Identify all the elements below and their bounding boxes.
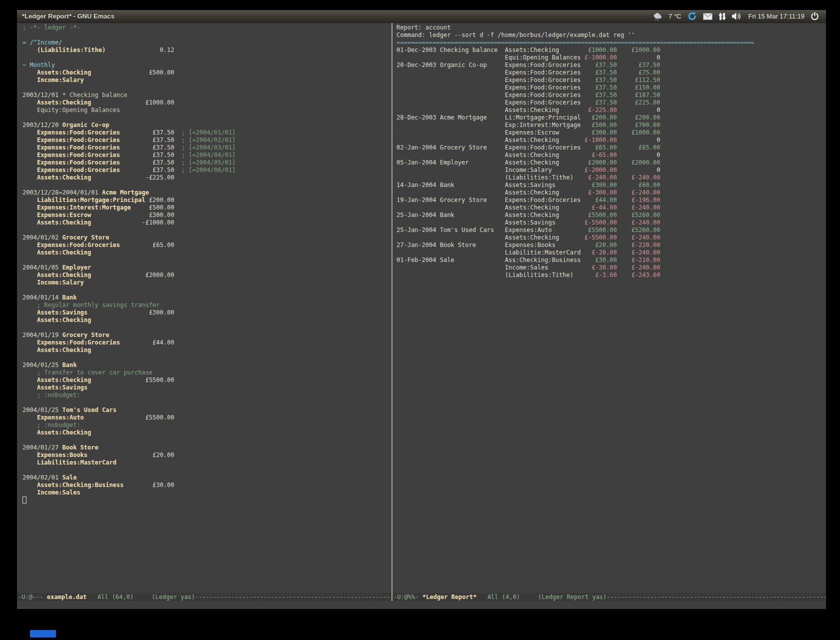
- register-row[interactable]: Assets:Checking £-44.00 £-240.00: [396, 204, 826, 212]
- register-row[interactable]: Liabilitie:MasterCard £-20.00 £-240.00: [396, 249, 826, 256]
- modeline-right[interactable]: -U:@%%- *Ledger Report* All (4,0) (Ledge…: [392, 593, 826, 601]
- register-running-total: £5260.00: [617, 226, 660, 234]
- buffer-line: ; :nobudget:: [22, 422, 392, 429]
- register-row[interactable]: Exp:Interest:Mortgage £500.00 £700.00: [396, 122, 826, 129]
- register-account: Expens:Food:Groceries: [505, 69, 584, 76]
- register-amount: £300.00: [584, 129, 617, 136]
- register-account: Assets:Savings: [505, 182, 584, 188]
- buffer-line: [22, 256, 392, 264]
- ledger-report-window[interactable]: Report: account Command: ledger --sort d…: [392, 23, 826, 593]
- register-row[interactable]: 01-Feb-2004 Sale Ass:Checking:Business £…: [396, 256, 826, 264]
- register-date-payee: [396, 84, 505, 91]
- register-row[interactable]: 14-Jan-2004 Bank Assets:Savings £300.00 …: [396, 182, 826, 189]
- buffer-line: Assets:Checking: [22, 316, 392, 324]
- ledger-file-window[interactable]: ; -*- ledger -*-= /^Income/ (Liabilities…: [17, 23, 392, 593]
- register-running-total: £-220.00: [617, 242, 660, 248]
- register-row[interactable]: (Liabilities:Tithe) £-240.00 £-240.00: [396, 174, 826, 182]
- buffer-line: Expenses:Food:Groceries £37.50 ; [=2004/…: [22, 152, 392, 159]
- register-row[interactable]: Expens:Food:Groceries £37.50 £112.50: [396, 76, 826, 84]
- register-row[interactable]: Expens:Food:Groceries £37.50 £225.00: [396, 99, 826, 106]
- register-row[interactable]: Equi:Opening Balances £-1000.00 0: [396, 54, 826, 62]
- register-running-total: £1000.00: [617, 129, 660, 136]
- register-running-total: £-240.00: [617, 249, 660, 256]
- mail-icon[interactable]: [703, 13, 712, 20]
- buffer-line: [22, 54, 392, 62]
- register-row[interactable]: (Liabilities:Tithe) £-3.60 £-243.60: [396, 272, 826, 279]
- modeline-dashes: ----------------------------------------…: [606, 594, 826, 600]
- register-row[interactable]: Expens:Food:Groceries £37.50 £75.00: [396, 69, 826, 76]
- register-running-total: £-196.00: [617, 196, 660, 204]
- register-row[interactable]: 20-Dec-2003 Organic Co-op Expens:Food:Gr…: [396, 62, 826, 69]
- power-icon[interactable]: [810, 12, 819, 20]
- register-row[interactable]: Assets:Checking £-5500.00 £-240.00: [396, 234, 826, 242]
- register-date-payee: [396, 54, 505, 61]
- register-row[interactable]: Income:Sales £-30.00 £-240.00: [396, 264, 826, 272]
- register-account: Expens:Food:Groceries: [505, 84, 584, 91]
- network-icon[interactable]: [718, 12, 726, 20]
- report-rows: 01-Dec-2003 Checking balance Assets:Chec…: [396, 46, 826, 279]
- register-amount: £30.00: [584, 256, 617, 264]
- register-row[interactable]: Expens:Food:Groceries £37.50 £150.00: [396, 84, 826, 92]
- buffer-line: Assets:Checking £500.00: [22, 69, 392, 76]
- register-row[interactable]: 25-Jan-2004 Bank Assets:Checking £5500.0…: [396, 212, 826, 219]
- register-row[interactable]: Expens:Food:Groceries £37.50 £187.50: [396, 92, 826, 99]
- register-account: Expenses:Escrow: [505, 129, 584, 136]
- volume-icon[interactable]: [732, 12, 742, 20]
- register-date-payee: 14-Jan-2004 Bank: [396, 182, 505, 188]
- buffer-line: [22, 399, 392, 406]
- register-row[interactable]: 25-Jan-2004 Tom's Used Cars Expenses:Aut…: [396, 226, 826, 234]
- buffer-line: Expenses:Interest:Mortgage £500.00: [22, 204, 392, 212]
- buffer-line: [22, 354, 392, 362]
- register-date-payee: [396, 122, 505, 128]
- register-row[interactable]: Income:Salary £-2000.00 0: [396, 166, 826, 174]
- register-row[interactable]: 01-Dec-2003 Checking balance Assets:Chec…: [396, 46, 826, 54]
- register-account: Expens:Food:Groceries: [505, 196, 584, 204]
- buffer-line: 2004/01/02 Grocery Store: [22, 234, 392, 242]
- register-row[interactable]: 27-Jan-2004 Book Store Expenses:Books £2…: [396, 242, 826, 249]
- register-account: Liabilitie:MasterCard: [505, 249, 584, 256]
- register-row[interactable]: Assets:Checking £-65.00 0: [396, 152, 826, 159]
- register-amount: £37.50: [584, 84, 617, 91]
- buffer-line: Expenses:Auto £5500.00: [22, 414, 392, 422]
- buffer-line: [22, 286, 392, 294]
- register-date-payee: 02-Jan-2004 Grocery Store: [396, 144, 505, 151]
- register-row[interactable]: Assets:Checking £-1000.00 0: [396, 136, 826, 144]
- taskbar-fragment[interactable]: [30, 630, 56, 638]
- register-row[interactable]: Assets:Checking £-225.00 0: [396, 106, 826, 114]
- titlebar[interactable]: *Ledger Report* - GNU Emacs 7 °C: [17, 10, 826, 23]
- register-amount: £44.00: [584, 196, 617, 204]
- modeline-mode: (Ledger Report yas): [538, 594, 606, 600]
- register-row[interactable]: 28-Dec-2003 Acme Mortgage Li:Mortgage:Pr…: [396, 114, 826, 122]
- register-row[interactable]: 19-Jan-2004 Grocery Store Expens:Food:Gr…: [396, 196, 826, 204]
- register-running-total: £112.50: [617, 76, 660, 84]
- register-running-total: £-240.00: [617, 234, 660, 241]
- register-amount: £5500.00: [584, 226, 617, 234]
- register-amount: £-44.00: [584, 204, 617, 211]
- buffer-line: Assets:Checking: [22, 249, 392, 256]
- register-running-total: 0: [617, 106, 660, 114]
- modeline-left[interactable]: -U:@--- example.dat All (64,0) (Ledger y…: [17, 593, 392, 601]
- register-running-total: £-240.00: [617, 174, 660, 181]
- buffer-line: [22, 32, 392, 39]
- register-date-payee: 01-Feb-2004 Sale: [396, 256, 505, 264]
- register-account: Assets:Checking: [505, 212, 584, 218]
- register-account: Assets:Checking: [505, 159, 584, 166]
- register-date-payee: 19-Jan-2004 Grocery Store: [396, 196, 505, 204]
- buffer-line: Expenses:Food:Groceries £37.50 ; [=2004/…: [22, 144, 392, 152]
- register-row[interactable]: Assets:Savings £-5500.00 £-240.00: [396, 219, 826, 226]
- register-date-payee: [396, 99, 505, 106]
- refresh-icon[interactable]: [688, 12, 697, 21]
- register-row[interactable]: Expenses:Escrow £300.00 £1000.00: [396, 129, 826, 136]
- register-running-total: 0: [617, 166, 660, 174]
- register-row[interactable]: Assets:Checking £-300.00 £-240.00: [396, 189, 826, 196]
- report-separator: ========================================…: [396, 39, 826, 46]
- register-running-total: £700.00: [617, 122, 660, 128]
- buffer-line: (Liabilities:Tithe) 0.12: [22, 46, 392, 54]
- register-account: Assets:Checking: [505, 46, 584, 54]
- register-row[interactable]: 05-Jan-2004 Employer Assets:Checking £20…: [396, 159, 826, 166]
- register-account: Income:Sales: [505, 264, 584, 271]
- weather-icon[interactable]: [652, 12, 662, 20]
- register-row[interactable]: 02-Jan-2004 Grocery Store Expens:Food:Gr…: [396, 144, 826, 152]
- register-date-payee: 05-Jan-2004 Employer: [396, 159, 505, 166]
- buffer-line: Assets:Savings £300.00: [22, 309, 392, 316]
